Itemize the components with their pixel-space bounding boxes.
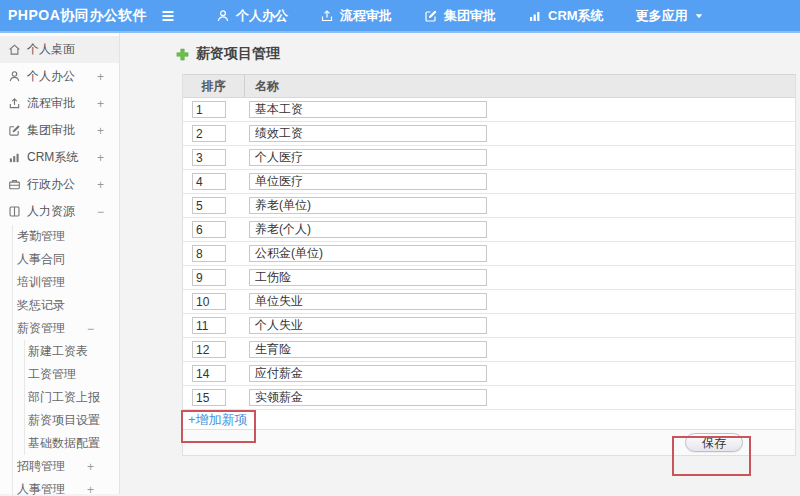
row-name-input[interactable] bbox=[249, 269, 487, 286]
table-row bbox=[183, 170, 795, 194]
page-title: 薪资项目管理 bbox=[196, 45, 280, 63]
row-order-input[interactable] bbox=[192, 293, 226, 310]
expand-icon[interactable]: + bbox=[97, 124, 104, 138]
row-order-input[interactable] bbox=[192, 173, 226, 190]
sidebar-item-label: 人事合同 bbox=[17, 251, 65, 268]
chart-icon bbox=[528, 9, 542, 23]
row-name-input[interactable] bbox=[249, 341, 487, 358]
table-row bbox=[183, 338, 795, 362]
sidebar-item-attendance-mgmt[interactable]: 考勤管理 bbox=[0, 225, 119, 248]
row-name-input[interactable] bbox=[249, 293, 487, 310]
collapse-icon[interactable]: − bbox=[97, 205, 104, 219]
sidebar-item-label: 行政办公 bbox=[27, 176, 75, 193]
expand-icon[interactable]: + bbox=[97, 70, 104, 84]
edit-icon bbox=[8, 124, 21, 137]
row-order-input[interactable] bbox=[192, 365, 226, 382]
sidebar-item-admin-office[interactable]: 行政办公+ bbox=[0, 171, 119, 198]
sidebar-item-group-approval[interactable]: 集团审批+ bbox=[0, 117, 119, 144]
collapse-icon[interactable]: − bbox=[87, 322, 94, 336]
row-order-input[interactable] bbox=[192, 221, 226, 238]
home-icon bbox=[8, 43, 21, 56]
sidebar-item-base-data-config[interactable]: 基础数据配置 bbox=[0, 432, 119, 455]
save-button[interactable]: 保存 bbox=[685, 433, 743, 452]
sidebar-item-salary-mgmt[interactable]: 薪资管理− bbox=[0, 317, 119, 340]
row-name-input[interactable] bbox=[249, 101, 487, 118]
row-order-input[interactable] bbox=[192, 125, 226, 142]
sidebar-item-label: 个人桌面 bbox=[27, 41, 75, 58]
sidebar: 个人桌面个人办公+流程审批+集团审批+CRM系统+行政办公+人力资源−考勤管理人… bbox=[0, 33, 120, 494]
page-layout: 个人桌面个人办公+流程审批+集团审批+CRM系统+行政办公+人力资源−考勤管理人… bbox=[0, 33, 800, 494]
sidebar-item-process-approval[interactable]: 流程审批+ bbox=[0, 90, 119, 117]
sidebar-item-training-mgmt[interactable]: 培训管理 bbox=[0, 271, 119, 294]
top-menu-item-crm-system[interactable]: CRM系统 bbox=[512, 0, 620, 32]
table-row bbox=[183, 290, 795, 314]
main-content: 薪资项目管理 排序 名称 +增加新项 保存 bbox=[120, 33, 800, 494]
expand-icon[interactable]: + bbox=[97, 178, 104, 192]
sidebar-item-label: 新建工资表 bbox=[28, 343, 88, 360]
sidebar-item-salary-item-settings[interactable]: 薪资项目设置 bbox=[0, 409, 119, 432]
hamburger-icon[interactable] bbox=[160, 8, 176, 24]
sidebar-item-label: 人力资源 bbox=[27, 203, 75, 220]
row-name-input[interactable] bbox=[249, 365, 487, 382]
row-name-input[interactable] bbox=[249, 221, 487, 238]
sidebar-item-label: 薪资管理 bbox=[17, 320, 65, 337]
sidebar-item-dept-payroll-report[interactable]: 部门工资上报 bbox=[0, 386, 119, 409]
table-row bbox=[183, 362, 795, 386]
sidebar-item-label: 基础数据配置 bbox=[28, 435, 100, 452]
sidebar-item-label: 奖惩记录 bbox=[17, 297, 65, 314]
sidebar-item-crm-system[interactable]: CRM系统+ bbox=[0, 144, 119, 171]
sidebar-item-label: 考勤管理 bbox=[17, 228, 65, 245]
sidebar-item-reward-records[interactable]: 奖惩记录 bbox=[0, 294, 119, 317]
row-name-input[interactable] bbox=[249, 389, 487, 406]
expand-icon[interactable]: + bbox=[97, 97, 104, 111]
row-order-input[interactable] bbox=[192, 197, 226, 214]
row-order-input[interactable] bbox=[192, 389, 226, 406]
top-menu-label: 流程审批 bbox=[340, 7, 392, 25]
table-row bbox=[183, 194, 795, 218]
row-name-input[interactable] bbox=[249, 149, 487, 166]
sidebar-item-payroll-mgmt[interactable]: 工资管理 bbox=[0, 363, 119, 386]
row-order-input[interactable] bbox=[192, 341, 226, 358]
column-header-name: 名称 bbox=[245, 78, 279, 95]
top-menu-item-group-approval[interactable]: 集团审批 bbox=[408, 0, 512, 32]
add-new-item-link[interactable]: +增加新项 bbox=[188, 411, 248, 429]
table-row bbox=[183, 146, 795, 170]
row-name-input[interactable] bbox=[249, 245, 487, 262]
chart-icon bbox=[8, 151, 21, 164]
row-name-input[interactable] bbox=[249, 173, 487, 190]
panel-footer: 保存 bbox=[183, 430, 795, 455]
top-menu-item-more-apps[interactable]: 更多应用 bbox=[620, 0, 720, 32]
row-order-input[interactable] bbox=[192, 245, 226, 262]
sidebar-item-personal-office[interactable]: 个人办公+ bbox=[0, 63, 119, 90]
expand-icon[interactable]: + bbox=[87, 460, 94, 474]
sidebar-item-personal-desktop[interactable]: 个人桌面 bbox=[0, 36, 119, 63]
book-icon bbox=[8, 205, 21, 218]
row-order-input[interactable] bbox=[192, 101, 226, 118]
user-icon bbox=[8, 70, 21, 83]
column-header-order: 排序 bbox=[183, 75, 245, 97]
row-order-input[interactable] bbox=[192, 149, 226, 166]
page-title-row: 薪资项目管理 bbox=[176, 45, 280, 63]
sidebar-item-label: 个人办公 bbox=[27, 68, 75, 85]
row-name-input[interactable] bbox=[249, 317, 487, 334]
sidebar-item-label: 招聘管理 bbox=[17, 458, 65, 475]
sidebar-item-new-payroll[interactable]: 新建工资表 bbox=[0, 340, 119, 363]
user-icon bbox=[216, 9, 230, 23]
top-menu-label: 集团审批 bbox=[444, 7, 496, 25]
expand-icon[interactable]: + bbox=[87, 483, 94, 496]
sidebar-item-personnel-mgmt[interactable]: 人事管理+ bbox=[0, 478, 119, 496]
row-name-input[interactable] bbox=[249, 125, 487, 142]
top-menu-label: 个人办公 bbox=[236, 7, 288, 25]
row-name-input[interactable] bbox=[249, 197, 487, 214]
top-menu-item-personal-office[interactable]: 个人办公 bbox=[200, 0, 304, 32]
sidebar-item-label: 人事管理 bbox=[17, 481, 65, 496]
sidebar-item-recruit-mgmt[interactable]: 招聘管理+ bbox=[0, 455, 119, 478]
sidebar-item-hr[interactable]: 人力资源− bbox=[0, 198, 119, 225]
table-header-row: 排序 名称 bbox=[183, 75, 795, 98]
table-row bbox=[183, 266, 795, 290]
row-order-input[interactable] bbox=[192, 269, 226, 286]
top-menu-item-process-approval[interactable]: 流程审批 bbox=[304, 0, 408, 32]
sidebar-item-hr-contract[interactable]: 人事合同 bbox=[0, 248, 119, 271]
row-order-input[interactable] bbox=[192, 317, 226, 334]
expand-icon[interactable]: + bbox=[97, 151, 104, 165]
